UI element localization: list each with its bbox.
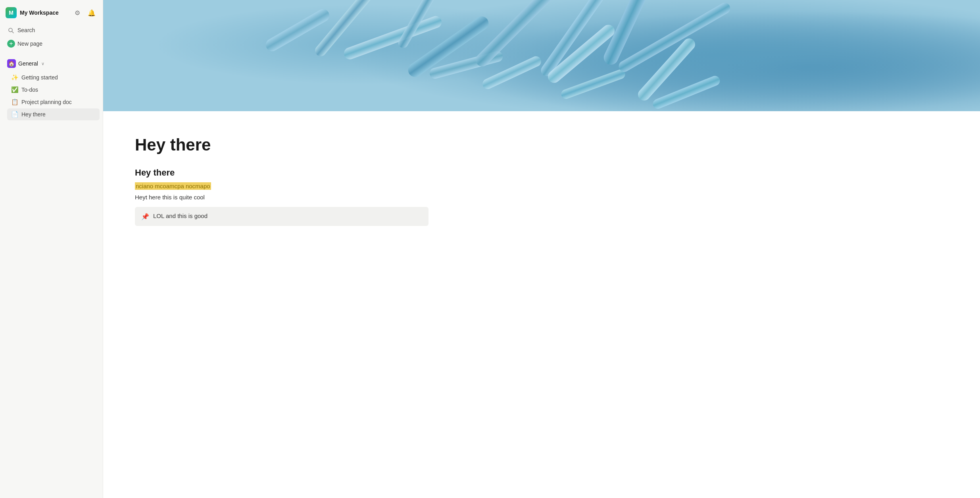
plus-circle-icon: + bbox=[7, 40, 15, 48]
sidebar-item-label: To-dos bbox=[21, 87, 38, 93]
sidebar-item-to-dos[interactable]: ✅ To-dos bbox=[7, 84, 100, 96]
workspace-info[interactable]: M My Workspace bbox=[6, 7, 59, 18]
callout-icon: 📌 bbox=[141, 213, 149, 220]
search-label: Search bbox=[17, 27, 35, 33]
sidebar-item-label: Getting started bbox=[21, 74, 58, 81]
getting-started-icon: ✨ bbox=[11, 74, 18, 81]
sidebar-item-project-planning[interactable]: 📋 Project planning doc bbox=[7, 96, 100, 108]
sidebar-header-icons: ⚙ 🔔 bbox=[72, 7, 97, 18]
workspace-name: My Workspace bbox=[20, 10, 59, 16]
body-text: Heyt here this is quite cool bbox=[135, 194, 429, 201]
general-section-icon: 🏠 bbox=[7, 59, 16, 68]
new-page-label: New page bbox=[17, 41, 42, 47]
notifications-button[interactable]: 🔔 bbox=[86, 7, 97, 18]
project-planning-icon: 📋 bbox=[11, 98, 18, 106]
settings-icon: ⚙ bbox=[75, 9, 80, 17]
sidebar-item-label: Hey there bbox=[21, 111, 46, 118]
highlighted-block: nciano mcoamcpa nocmapo bbox=[135, 183, 429, 190]
callout-text: LOL and this is good bbox=[153, 212, 208, 219]
cover-art bbox=[103, 0, 980, 111]
sidebar-nav: Search + New page bbox=[0, 22, 103, 52]
workspace-avatar: M bbox=[6, 7, 17, 18]
section-header-general[interactable]: 🏠 General ∨ bbox=[3, 56, 100, 71]
to-dos-icon: ✅ bbox=[11, 86, 18, 93]
settings-button[interactable]: ⚙ bbox=[72, 7, 83, 18]
search-nav-item[interactable]: Search bbox=[3, 24, 100, 37]
content-heading: Hey there bbox=[135, 168, 429, 178]
sidebar-item-label: Project planning doc bbox=[21, 99, 72, 105]
section-label: General bbox=[18, 60, 38, 67]
page-content: Hey there Hey there nciano mcoamcpa nocm… bbox=[103, 111, 460, 258]
main-content: Hey there Hey there nciano mcoamcpa nocm… bbox=[103, 0, 980, 498]
sidebar: M My Workspace ⚙ 🔔 Search + New bbox=[0, 0, 103, 498]
page-title: Hey there bbox=[135, 135, 429, 155]
search-icon bbox=[7, 27, 14, 34]
bell-icon: 🔔 bbox=[88, 9, 96, 17]
sidebar-item-getting-started[interactable]: ✨ Getting started bbox=[7, 71, 100, 83]
cover-image bbox=[103, 0, 980, 111]
sidebar-header: M My Workspace ⚙ 🔔 bbox=[0, 5, 103, 21]
highlighted-text: nciano mcoamcpa nocmapo bbox=[135, 182, 211, 190]
sidebar-item-hey-there[interactable]: 📄 Hey there bbox=[7, 108, 100, 120]
sidebar-section-general: 🏠 General ∨ ✨ Getting started ✅ To-dos 📋… bbox=[0, 56, 103, 121]
new-page-nav-item[interactable]: + New page bbox=[3, 37, 100, 50]
chevron-down-icon: ∨ bbox=[41, 61, 44, 66]
callout-block: 📌 LOL and this is good bbox=[135, 207, 429, 226]
svg-line-1 bbox=[12, 31, 13, 33]
hey-there-icon: 📄 bbox=[11, 111, 18, 118]
section-items: ✨ Getting started ✅ To-dos 📋 Project pla… bbox=[3, 71, 100, 120]
